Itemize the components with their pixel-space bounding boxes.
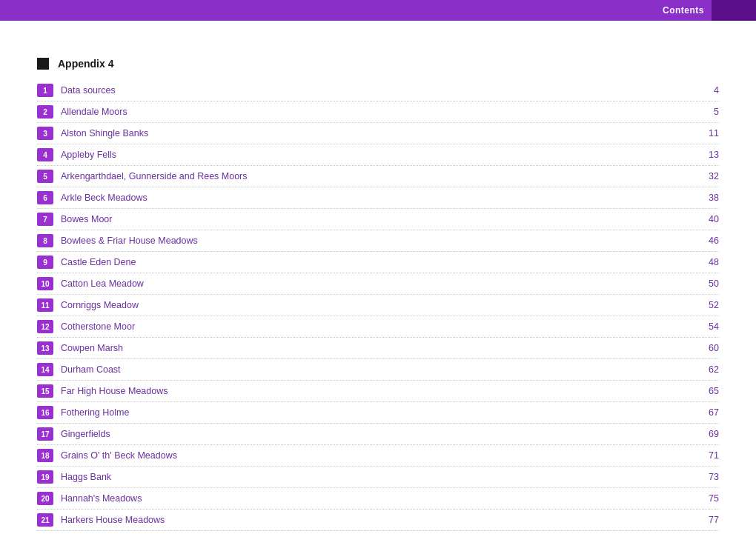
toc-item-label: Castle Eden Dene [61,257,697,267]
toc-item-page: 73 [697,472,719,482]
toc-item-page: 46 [697,236,719,246]
toc-item-label: Bowes Moor [61,214,697,224]
appendix-header: Appendix 4 [37,58,719,74]
toc-item-label: Fothering Holme [61,407,697,418]
toc-row[interactable]: 1Data sources4 [37,80,719,101]
toc-row[interactable]: 16Fothering Holme67 [37,402,719,424]
toc-row[interactable]: 20Hannah's Meadows75 [37,488,719,510]
toc-row[interactable]: 17Gingerfields69 [37,424,719,445]
toc-row[interactable]: 7Bowes Moor40 [37,209,719,230]
toc-row[interactable]: 8Bowlees & Friar House Meadows46 [37,230,719,252]
toc-number-badge: 15 [37,384,53,398]
toc-item-page: 62 [697,364,719,375]
appendix-icon [37,58,49,70]
top-bar: Contents [0,0,756,21]
toc-row[interactable]: 11Cornriggs Meadow52 [37,295,719,316]
toc-item-label: Catton Lea Meadow [61,278,697,289]
toc-item-page: 60 [697,343,719,353]
toc-row[interactable]: 10Catton Lea Meadow50 [37,273,719,295]
toc-row[interactable]: 6Arkle Beck Meadows38 [37,187,719,209]
toc-number-badge: 11 [37,298,53,312]
toc-item-label: Alston Shingle Banks [61,128,697,138]
toc-row[interactable]: 12Cotherstone Moor54 [37,316,719,338]
toc-item-page: 11 [697,128,719,138]
toc-item-page: 32 [697,171,719,181]
toc-item-label: Arkengarthdael, Gunnerside and Rees Moor… [61,171,697,181]
toc-item-label: Far High House Meadows [61,386,697,396]
toc-item-page: 38 [697,193,719,203]
toc-number-badge: 5 [37,170,53,183]
toc-row[interactable]: 13Cowpen Marsh60 [37,338,719,359]
toc-row[interactable]: 2Allendale Moors5 [37,101,719,123]
toc-item-label: Harkers House Meadows [61,515,697,525]
toc-row[interactable]: 9Castle Eden Dene48 [37,252,719,273]
toc-item-label: Grains O' th' Beck Meadows [61,450,697,461]
toc-number-badge: 18 [37,449,53,462]
toc-row[interactable]: 15Far High House Meadows65 [37,381,719,402]
toc-item-label: Cornriggs Meadow [61,300,697,310]
toc-list: 1Data sources42Allendale Moors53Alston S… [37,80,719,531]
toc-number-badge: 7 [37,213,53,226]
toc-item-label: Cotherstone Moor [61,321,697,332]
toc-item-label: Allendale Moors [61,107,697,117]
toc-item-label: Data sources [61,85,697,96]
toc-item-label: Hannah's Meadows [61,493,697,504]
toc-number-badge: 9 [37,256,53,269]
toc-item-page: 67 [697,407,719,418]
top-bar-label: Contents [663,5,704,16]
toc-number-badge: 17 [37,427,53,441]
toc-item-page: 69 [697,429,719,439]
top-bar-accent [712,0,756,21]
toc-item-page: 40 [697,214,719,224]
toc-row[interactable]: 18Grains O' th' Beck Meadows71 [37,445,719,467]
toc-number-badge: 14 [37,363,53,376]
toc-number-badge: 20 [37,492,53,505]
toc-row[interactable]: 3Alston Shingle Banks11 [37,123,719,144]
toc-number-badge: 2 [37,105,53,119]
toc-item-page: 48 [697,257,719,267]
toc-number-badge: 1 [37,84,53,97]
toc-row[interactable]: 4Appleby Fells13 [37,144,719,166]
toc-item-page: 52 [697,300,719,310]
toc-item-page: 54 [697,321,719,332]
toc-number-badge: 8 [37,234,53,247]
main-content: Appendix 4 1Data sources42Allendale Moor… [0,21,756,534]
toc-item-page: 65 [697,386,719,396]
toc-number-badge: 16 [37,406,53,419]
toc-number-badge: 4 [37,148,53,161]
toc-item-page: 4 [697,85,719,96]
toc-item-label: Appleby Fells [61,150,697,160]
toc-number-badge: 3 [37,127,53,140]
toc-item-label: Haggs Bank [61,472,697,482]
toc-item-page: 71 [697,450,719,461]
toc-item-page: 75 [697,493,719,504]
toc-row[interactable]: 5Arkengarthdael, Gunnerside and Rees Moo… [37,166,719,187]
toc-row[interactable]: 14Durham Coast62 [37,359,719,381]
toc-number-badge: 13 [37,341,53,355]
toc-number-badge: 19 [37,470,53,484]
toc-number-badge: 6 [37,191,53,204]
appendix-title: Appendix 4 [58,58,113,70]
toc-item-label: Gingerfields [61,429,697,439]
toc-number-badge: 21 [37,513,53,527]
toc-number-badge: 12 [37,320,53,333]
toc-item-label: Bowlees & Friar House Meadows [61,236,697,246]
toc-number-badge: 10 [37,277,53,290]
toc-item-label: Durham Coast [61,364,697,375]
toc-item-page: 13 [697,150,719,160]
toc-item-label: Cowpen Marsh [61,343,697,353]
toc-item-page: 5 [697,107,719,117]
toc-item-page: 50 [697,278,719,289]
toc-row[interactable]: 21Harkers House Meadows77 [37,510,719,531]
toc-item-page: 77 [697,515,719,525]
toc-item-label: Arkle Beck Meadows [61,193,697,203]
toc-row[interactable]: 19Haggs Bank73 [37,467,719,488]
